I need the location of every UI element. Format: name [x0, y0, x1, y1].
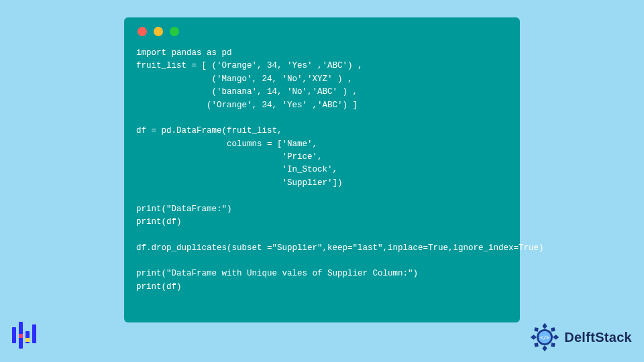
svg-marker-6 [535, 343, 539, 347]
svg-marker-3 [553, 335, 559, 339]
window-close-icon [138, 27, 147, 36]
svg-marker-5 [551, 327, 555, 331]
svg-marker-4 [535, 327, 539, 331]
brand-name: DelftStack [564, 330, 632, 345]
window-traffic-lights [138, 27, 508, 36]
svg-marker-0 [543, 323, 547, 329]
gear-icon: </> [529, 322, 560, 353]
bars-logo-icon [12, 322, 39, 349]
svg-text:</>: </> [541, 335, 550, 341]
window-minimize-icon [154, 27, 163, 36]
svg-marker-7 [551, 343, 555, 347]
code-block: import pandas as pd fruit_list = [ ('Ora… [136, 47, 508, 294]
brand-logo: </> DelftStack [529, 322, 632, 353]
svg-marker-2 [531, 335, 537, 339]
svg-marker-1 [543, 345, 547, 351]
window-zoom-icon [170, 27, 179, 36]
code-window: import pandas as pd fruit_list = [ ('Ora… [124, 17, 520, 322]
